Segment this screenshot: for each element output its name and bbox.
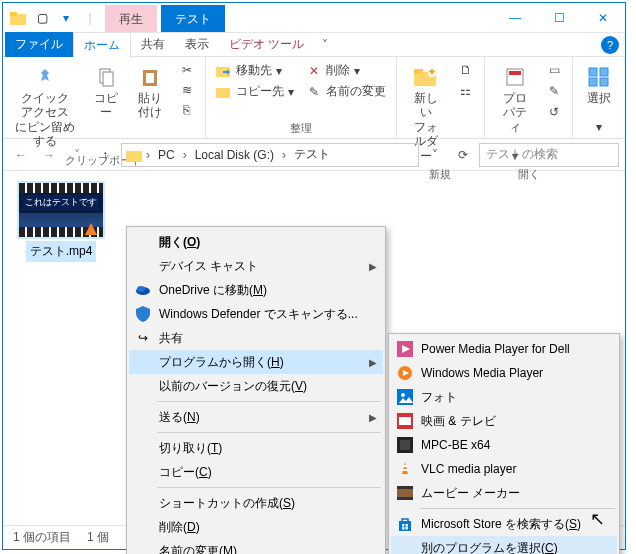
movie-maker-icon — [396, 484, 414, 502]
refresh-button[interactable]: ⟳ — [451, 143, 475, 167]
bc-pc[interactable]: PC — [154, 146, 179, 164]
submenu-choose-program[interactable]: 別のプログラムを選択(C) — [391, 536, 617, 554]
svg-rect-5 — [146, 73, 154, 83]
delete-button[interactable]: ✕削除 ▾ — [304, 61, 388, 80]
back-button[interactable]: ← — [9, 143, 33, 167]
recent-button[interactable]: ˅ — [65, 143, 89, 167]
dropdown-button[interactable]: ˅ — [423, 143, 447, 167]
forward-button[interactable]: → — [37, 143, 61, 167]
paste-shortcut-button[interactable]: ⎘ — [177, 101, 197, 119]
title-context-tabs: 再生 テスト — [105, 3, 225, 32]
up-button[interactable]: ↑ — [93, 143, 117, 167]
svg-rect-26 — [399, 417, 411, 425]
open-button-ribbon[interactable]: ▭ — [544, 61, 564, 79]
menu-defender[interactable]: Windows Defender でスキャンする... — [129, 302, 383, 326]
tab-share[interactable]: 共有 — [131, 32, 175, 57]
pin-quick-access-button[interactable]: クイック アクセス にピン留めする — [11, 61, 80, 151]
submenu-photos[interactable]: フォト — [391, 385, 617, 409]
easy-access-button[interactable]: ⚏ — [456, 82, 476, 100]
copy-button[interactable]: コピー — [88, 61, 124, 122]
menu-open-with[interactable]: プログラムから開く(H)▶ — [129, 350, 383, 374]
submenu-mpc[interactable]: MPC-BE x64 — [391, 433, 617, 457]
pin-icon — [31, 63, 59, 91]
menu-copy[interactable]: コピー(C) — [129, 460, 383, 484]
menu-label: 別のプログラムを選択(C) — [421, 540, 558, 555]
pin-label: クイック アクセス にピン留めする — [15, 91, 76, 149]
minimize-button[interactable]: — — [493, 3, 537, 33]
copy-label: コピー — [92, 91, 120, 120]
submenu-vlc[interactable]: VLC media player — [391, 457, 617, 481]
menu-separator — [157, 401, 381, 402]
submenu-wmp[interactable]: Windows Media Player — [391, 361, 617, 385]
select-button[interactable]: 選択▾ — [581, 61, 617, 136]
edit-button[interactable]: ✎ — [544, 82, 564, 100]
rename-button[interactable]: ✎名前の変更 — [304, 82, 388, 101]
submenu-movie-maker[interactable]: ムービー メーカー — [391, 481, 617, 505]
menu-rename[interactable]: 名前の変更(M) — [129, 539, 383, 554]
qat-btn-2[interactable]: ▾ — [57, 9, 75, 27]
chevron-icon[interactable]: › — [181, 148, 189, 162]
path-icon: ≋ — [179, 82, 195, 98]
menu-cut[interactable]: 切り取り(T) — [129, 436, 383, 460]
bc-folder[interactable]: テスト — [290, 144, 334, 165]
ribbon-group-open: プロパティ▾ ▭ ✎ ↺ 開く — [485, 57, 573, 138]
shield-icon — [134, 305, 152, 323]
menu-onedrive[interactable]: OneDrive に移動(M) — [129, 278, 383, 302]
ribbon-collapse-button[interactable]: ˅ — [314, 38, 336, 52]
close-button[interactable]: ✕ — [581, 3, 625, 33]
submenu-movies-tv[interactable]: 映画 & テレビ — [391, 409, 617, 433]
file-item[interactable]: これはテストです テスト.mp4 — [13, 181, 109, 262]
copyto-label: コピー先 — [236, 83, 284, 100]
menu-open[interactable]: 開く(O) — [129, 230, 383, 254]
paste-icon — [136, 63, 164, 91]
submenu-ms-store[interactable]: Microsoft Store を検索する(S) — [391, 512, 617, 536]
breadcrumb[interactable]: › PC › Local Disk (G:) › テスト — [121, 143, 419, 167]
menu-device-cast[interactable]: デバイス キャスト▶ — [129, 254, 383, 278]
svg-rect-9 — [414, 69, 423, 74]
menu-restore-version[interactable]: 以前のバージョンの復元(V) — [129, 374, 383, 398]
properties-icon — [501, 63, 529, 91]
qat-btn-1[interactable]: ▢ — [33, 9, 51, 27]
maximize-button[interactable]: ☐ — [537, 3, 581, 33]
chevron-icon[interactable]: › — [144, 148, 152, 162]
svg-rect-32 — [397, 486, 413, 489]
move-to-button[interactable]: 移動先 ▾ — [214, 61, 296, 80]
ribbon: クイック アクセス にピン留めする コピー 貼り付け ✂ ≋ ⎘ クリップボード — [3, 57, 625, 139]
tab-view[interactable]: 表示 — [175, 32, 219, 57]
copy-to-button[interactable]: コピー先 ▾ — [214, 82, 296, 101]
menu-delete[interactable]: 削除(D) — [129, 515, 383, 539]
svg-rect-29 — [403, 465, 407, 467]
tab-home[interactable]: ホーム — [73, 32, 131, 59]
svg-rect-15 — [600, 68, 608, 76]
history-button[interactable]: ↺ — [544, 103, 564, 121]
submenu-arrow-icon: ▶ — [369, 412, 377, 423]
file-name-label[interactable]: テスト.mp4 — [26, 241, 97, 262]
menu-separator — [157, 432, 381, 433]
svg-rect-28 — [400, 440, 410, 450]
menu-create-shortcut[interactable]: ショートカットの作成(S) — [129, 491, 383, 515]
cut-button[interactable]: ✂ — [177, 61, 197, 79]
tab-video-tools[interactable]: ビデオ ツール — [219, 32, 314, 57]
folder-icon — [126, 148, 142, 162]
tab-file[interactable]: ファイル — [5, 32, 73, 57]
store-icon — [396, 515, 414, 533]
menu-share[interactable]: ↪共有 — [129, 326, 383, 350]
svg-rect-1 — [10, 12, 17, 16]
help-button[interactable]: ? — [601, 36, 619, 54]
chevron-icon[interactable]: › — [280, 148, 288, 162]
vlc-cone-icon — [85, 223, 97, 235]
menu-send-to[interactable]: 送る(N)▶ — [129, 405, 383, 429]
context-tab-play[interactable]: 再生 — [105, 5, 157, 32]
copy-path-button[interactable]: ≋ — [177, 81, 197, 99]
new-item-button[interactable]: 🗋 — [456, 61, 476, 79]
svg-rect-34 — [399, 521, 411, 531]
paste-button[interactable]: 貼り付け — [132, 61, 169, 122]
menu-label: 共有 — [159, 330, 183, 347]
qat-separator: | — [81, 9, 99, 27]
bc-disk[interactable]: Local Disk (G:) — [191, 146, 278, 164]
menu-label: VLC media player — [421, 462, 516, 476]
submenu-power-media[interactable]: Power Media Player for Dell — [391, 337, 617, 361]
search-input[interactable]: テストの検索 — [479, 143, 619, 167]
address-bar: ← → ˅ ↑ › PC › Local Disk (G:) › テスト ˅ ⟳… — [3, 139, 625, 171]
svg-rect-36 — [406, 524, 409, 527]
